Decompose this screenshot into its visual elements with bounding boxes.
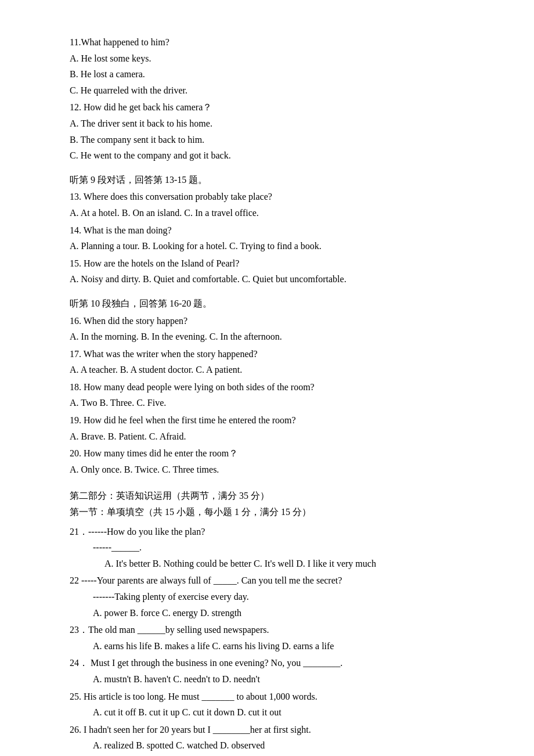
q24-opts: A. mustn't B. haven't C. needn't to D. n… bbox=[70, 672, 476, 687]
q20-opts: A. Only once. B. Twice. C. Three times. bbox=[70, 462, 476, 477]
q24-text: 24． Must I get through the business in o… bbox=[70, 656, 476, 671]
q19-opts: A. Brave. B. Patient. C. Afraid. bbox=[70, 429, 476, 444]
question-14: 14. What is the man doing? A. Planning a… bbox=[70, 223, 476, 254]
q12-optA: A. The driver sent it back to his home. bbox=[70, 116, 476, 131]
q15-text: 15. How are the hotels on the Island of … bbox=[70, 256, 476, 271]
q11-text: 11.What happened to him? bbox=[70, 35, 476, 50]
section9-text: 听第 9 段对话，回答第 13-15 题。 bbox=[70, 172, 476, 188]
q16-text: 16. When did the story happen? bbox=[70, 314, 476, 329]
q18-text: 18. How many dead people were lying on b… bbox=[70, 380, 476, 395]
q17-opts: A. A teacher. B. A student doctor. C. A … bbox=[70, 362, 476, 377]
exam-content: 11.What happened to him? A. He lost some… bbox=[70, 35, 476, 753]
question-16: 16. When did the story happen? A. In the… bbox=[70, 314, 476, 344]
q13-text: 13. Where does this conversation probabl… bbox=[70, 189, 476, 204]
question-22: 22 -----Your parents are always full of … bbox=[70, 573, 476, 620]
q16-opts: A. In the morning. B. In the evening. C.… bbox=[70, 329, 476, 344]
q14-text: 14. What is the man doing? bbox=[70, 223, 476, 238]
question-20: 20. How many times did he enter the room… bbox=[70, 446, 476, 477]
q12-text: 12. How did he get back his camera？ bbox=[70, 100, 476, 115]
q26-opts: A. realized B. spotted C. watched D. obs… bbox=[70, 738, 476, 753]
q15-opts: A. Noisy and dirty. B. Quiet and comfort… bbox=[70, 272, 476, 287]
section10-header: 听第 10 段独白，回答第 16-20 题。 bbox=[70, 296, 476, 311]
q12-optB: B. The company sent it back to him. bbox=[70, 132, 476, 147]
q21-opts: A. It's better B. Nothing could be bette… bbox=[70, 556, 476, 571]
q23-text: 23．The old man ______by selling used new… bbox=[70, 622, 476, 638]
q12-optC: C. He went to the company and got it bac… bbox=[70, 148, 476, 163]
question-23: 23．The old man ______by selling used new… bbox=[70, 622, 476, 653]
q11-optC: C. He quarreled with the driver. bbox=[70, 83, 476, 98]
q23-opts: A. earns his life B. makes a life C. ear… bbox=[70, 639, 476, 654]
q21-text: 21．------How do you like the plan? bbox=[70, 524, 476, 539]
q19-text: 19. How did he feel when the first time … bbox=[70, 413, 476, 428]
question-12: 12. How did he get back his camera？ A. T… bbox=[70, 100, 476, 163]
q22-opts: A. power B. force C. energy D. strength bbox=[70, 606, 476, 621]
question-26: 26. I hadn't seen her for 20 years but I… bbox=[70, 722, 476, 753]
q18-opts: A. Two B. Three. C. Five. bbox=[70, 395, 476, 411]
q13-opts: A. At a hotel. B. On an island. C. In a … bbox=[70, 206, 476, 221]
q20-text: 20. How many times did he enter the room… bbox=[70, 446, 476, 461]
section1-title: 第一节：单项填空（共 15 小题，每小题 1 分，满分 15 分） bbox=[70, 505, 476, 520]
question-11: 11.What happened to him? A. He lost some… bbox=[70, 35, 476, 98]
q11-optA: A. He lost some keys. bbox=[70, 51, 476, 66]
question-19: 19. How did he feel when the first time … bbox=[70, 413, 476, 444]
q25-text: 25. His article is too long. He must ___… bbox=[70, 689, 476, 704]
q22-text: 22 -----Your parents are always full of … bbox=[70, 573, 476, 588]
section9-header: 听第 9 段对话，回答第 13-15 题。 bbox=[70, 172, 476, 188]
section10-text: 听第 10 段独白，回答第 16-20 题。 bbox=[70, 296, 476, 311]
q14-opts: A. Planning a tour. B. Looking for a hot… bbox=[70, 239, 476, 254]
q25-opts: A. cut it off B. cut it up C. cut it dow… bbox=[70, 705, 476, 720]
part2-title: 第二部分：英语知识运用（共两节，满分 35 分） bbox=[70, 488, 476, 503]
question-18: 18. How many dead people were lying on b… bbox=[70, 380, 476, 411]
question-21: 21．------How do you like the plan? -----… bbox=[70, 524, 476, 571]
q22-line2: -------Taking plenty of exercise every d… bbox=[70, 589, 476, 604]
question-24: 24． Must I get through the business in o… bbox=[70, 656, 476, 686]
question-15: 15. How are the hotels on the Island of … bbox=[70, 256, 476, 287]
question-13: 13. Where does this conversation probabl… bbox=[70, 189, 476, 220]
q21-line2: ------______. bbox=[70, 540, 476, 555]
question-25: 25. His article is too long. He must ___… bbox=[70, 689, 476, 720]
part2-header: 第二部分：英语知识运用（共两节，满分 35 分） 第一节：单项填空（共 15 小… bbox=[70, 488, 476, 519]
q11-optB: B. He lost a camera. bbox=[70, 67, 476, 82]
q17-text: 17. What was the writer when the story h… bbox=[70, 347, 476, 362]
q26-text: 26. I hadn't seen her for 20 years but I… bbox=[70, 722, 476, 737]
question-17: 17. What was the writer when the story h… bbox=[70, 347, 476, 377]
